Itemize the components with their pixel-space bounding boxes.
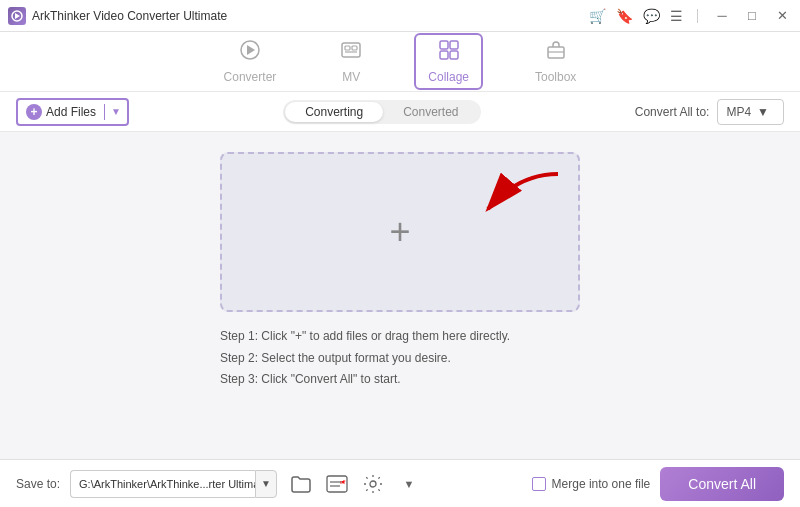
add-files-main[interactable]: + Add Files bbox=[18, 104, 105, 120]
toolbar-row: + Add Files ▼ Converting Converted Conve… bbox=[0, 92, 800, 132]
converter-label: Converter bbox=[224, 70, 277, 84]
add-files-label: Add Files bbox=[46, 105, 96, 119]
nav-item-converter[interactable]: Converter bbox=[212, 35, 289, 88]
format-dropdown-arrow: ▼ bbox=[757, 105, 769, 119]
toolbox-label: Toolbox bbox=[535, 70, 576, 84]
svg-rect-8 bbox=[440, 41, 448, 49]
convert-all-to: Convert All to: MP4 ▼ bbox=[635, 99, 784, 125]
svg-marker-3 bbox=[247, 45, 255, 55]
save-path: G:\ArkThinker\ArkThinke...rter Ultimate\… bbox=[70, 470, 255, 498]
merge-into-one-file[interactable]: Merge into one file bbox=[532, 477, 651, 491]
app-icon bbox=[8, 7, 26, 25]
path-dropdown-arrow[interactable]: ▼ bbox=[255, 470, 277, 498]
plus-icon: + bbox=[26, 104, 42, 120]
drop-zone[interactable]: + bbox=[220, 152, 580, 312]
add-files-button[interactable]: + Add Files ▼ bbox=[16, 98, 129, 126]
app-title: ArkThinker Video Converter Ultimate bbox=[32, 9, 227, 23]
tab-converted[interactable]: Converted bbox=[383, 102, 478, 122]
svg-rect-6 bbox=[352, 46, 357, 50]
svg-marker-1 bbox=[15, 13, 20, 19]
svg-point-20 bbox=[370, 481, 376, 487]
tab-converting[interactable]: Converting bbox=[285, 102, 383, 122]
nav-item-collage[interactable]: Collage bbox=[414, 33, 483, 90]
instructions: Step 1: Click "+" to add files or drag t… bbox=[220, 326, 580, 391]
title-bar: ArkThinker Video Converter Ultimate 🛒 🔖 … bbox=[0, 0, 800, 32]
instruction-3: Step 3: Click "Convert All" to start. bbox=[220, 369, 580, 391]
bottom-bar: Save to: G:\ArkThinker\ArkThinke...rter … bbox=[0, 459, 800, 507]
mv-label: MV bbox=[342, 70, 360, 84]
maximize-button[interactable]: □ bbox=[742, 6, 762, 26]
close-button[interactable]: ✕ bbox=[772, 6, 792, 26]
instruction-1: Step 1: Click "+" to add files or drag t… bbox=[220, 326, 580, 348]
nav-item-mv[interactable]: MV bbox=[328, 35, 374, 88]
menu-icon[interactable]: ☰ bbox=[670, 8, 683, 24]
svg-rect-9 bbox=[450, 41, 458, 49]
nav-bar: Converter MV Collage bbox=[0, 32, 800, 92]
merge-checkbox[interactable] bbox=[532, 477, 546, 491]
add-files-dropdown-arrow[interactable]: ▼ bbox=[105, 106, 127, 117]
merge-label: Merge into one file bbox=[552, 477, 651, 491]
convert-all-button[interactable]: Convert All bbox=[660, 467, 784, 501]
settings-dropdown-arrow[interactable]: ▼ bbox=[395, 470, 423, 498]
svg-rect-11 bbox=[450, 51, 458, 59]
selected-format: MP4 bbox=[726, 105, 751, 119]
drop-zone-plus: + bbox=[389, 214, 410, 250]
tab-group: Converting Converted bbox=[283, 100, 480, 124]
convert-all-label: Convert All to: bbox=[635, 105, 710, 119]
minimize-button[interactable]: ─ bbox=[712, 6, 732, 26]
title-bar-controls: 🛒 🔖 💬 ☰ ─ □ ✕ bbox=[589, 6, 792, 26]
instruction-2: Step 2: Select the output format you des… bbox=[220, 348, 580, 370]
mv-icon bbox=[340, 39, 362, 66]
chat-icon[interactable]: 💬 bbox=[643, 8, 660, 24]
folder-icon-button[interactable] bbox=[287, 470, 315, 498]
save-to-label: Save to: bbox=[16, 477, 60, 491]
title-bar-left: ArkThinker Video Converter Ultimate bbox=[8, 7, 227, 25]
svg-text:off: off bbox=[340, 479, 346, 485]
collage-icon bbox=[438, 39, 460, 66]
bookmark-icon[interactable]: 🔖 bbox=[616, 8, 633, 24]
cart-icon[interactable]: 🛒 bbox=[589, 8, 606, 24]
main-content: + Step 1: Click "+" to add files or drag… bbox=[0, 132, 800, 459]
format-select[interactable]: MP4 ▼ bbox=[717, 99, 784, 125]
toolbox-icon bbox=[545, 39, 567, 66]
red-arrow bbox=[438, 164, 568, 244]
path-dropdown[interactable]: G:\ArkThinker\ArkThinke...rter Ultimate\… bbox=[70, 470, 277, 498]
svg-rect-10 bbox=[440, 51, 448, 59]
converter-icon bbox=[239, 39, 261, 66]
svg-rect-5 bbox=[345, 46, 350, 50]
bottom-icons: off ▼ bbox=[287, 470, 423, 498]
subtitle-icon-button[interactable]: off bbox=[323, 470, 351, 498]
nav-item-toolbox[interactable]: Toolbox bbox=[523, 35, 588, 88]
collage-label: Collage bbox=[428, 70, 469, 84]
settings-icon-button[interactable] bbox=[359, 470, 387, 498]
